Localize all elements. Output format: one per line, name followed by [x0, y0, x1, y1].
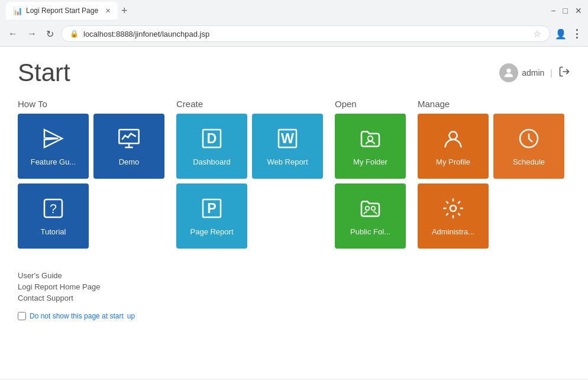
svg-point-15	[371, 206, 376, 210]
tile-label: Dashboard	[193, 157, 231, 166]
how-to-row-1: Feature Gu... Demo	[18, 114, 164, 179]
manage-row-2: Administra...	[418, 183, 564, 249]
section-how-to: How To Feature Gu...	[18, 99, 164, 253]
contact-support-link[interactable]: Contact Support	[18, 294, 570, 302]
page-report-icon: P	[200, 197, 224, 224]
browser-chrome: 📊 Logi Report Start Page ✕ + − □ ✕ ← → ↻…	[0, 0, 588, 47]
svg-point-0	[507, 69, 511, 73]
svg-text:P: P	[207, 201, 217, 216]
tile-tutorial[interactable]: ? Tutorial	[18, 183, 89, 249]
folder-group-icon	[358, 197, 382, 224]
profile-user-icon	[441, 127, 465, 154]
tile-label: Tutorial	[41, 227, 66, 236]
section-title-how-to: How To	[18, 99, 164, 109]
user-area: admin |	[499, 63, 570, 82]
svg-text:D: D	[207, 131, 217, 146]
how-to-row-2: ? Tutorial	[18, 183, 164, 249]
sections-container: How To Feature Gu...	[18, 99, 570, 253]
folder-user-icon	[358, 127, 382, 154]
clock-icon	[517, 127, 541, 154]
url-text: localhost:8888/jinfonet/launchpad.jsp	[83, 30, 529, 38]
section-open: Open My Folder	[335, 99, 406, 253]
tile-my-folder[interactable]: My Folder	[335, 114, 406, 179]
tile-label: Web Report	[267, 157, 308, 166]
tile-label: Administra...	[432, 227, 474, 236]
tile-web-report[interactable]: W Web Report	[252, 114, 323, 179]
tile-public-folder[interactable]: Public Fol...	[335, 183, 406, 249]
svg-point-14	[366, 206, 370, 210]
paper-plane-icon	[41, 127, 65, 154]
tile-label: Page Report	[190, 227, 234, 236]
tile-label: Schedule	[513, 157, 545, 166]
logout-icon[interactable]	[558, 66, 570, 80]
create-row-2: P Page Report	[176, 183, 323, 249]
page-title: Start	[18, 59, 70, 87]
svg-point-18	[450, 205, 456, 211]
page-header: Start admin |	[18, 59, 570, 87]
page-content: Start admin | How To	[0, 47, 588, 378]
user-name: admin	[522, 68, 544, 78]
question-box-icon: ?	[41, 197, 65, 224]
close-button[interactable]: ✕	[575, 6, 582, 15]
svg-point-13	[368, 136, 373, 140]
web-report-icon: W	[276, 127, 299, 154]
new-tab-button[interactable]: +	[121, 5, 128, 17]
back-button[interactable]: ←	[6, 26, 20, 41]
tile-label: Public Fol...	[350, 227, 390, 236]
tab-title: Logi Report Start Page	[26, 7, 98, 15]
create-row-1: D Dashboard W Web Report	[176, 114, 323, 179]
account-icon[interactable]: 👤	[555, 28, 567, 40]
tile-my-profile[interactable]: My Profile	[418, 114, 489, 179]
svg-text:?: ?	[50, 201, 57, 216]
tab-favicon: 📊	[13, 7, 22, 15]
bottom-links: User's Guide Logi Report Home Page Conta…	[18, 271, 570, 302]
monitor-chart-icon	[117, 127, 141, 154]
startup-label: Do not show this page at start	[30, 312, 124, 320]
section-manage: Manage My Profile	[418, 99, 564, 253]
tile-label: My Profile	[436, 157, 470, 166]
bookmark-icon[interactable]: ☆	[534, 29, 541, 38]
dashboard-icon: D	[200, 127, 224, 154]
tile-label: My Folder	[353, 157, 387, 166]
browser-tab[interactable]: 📊 Logi Report Start Page ✕	[6, 2, 118, 20]
tab-close-button[interactable]: ✕	[105, 7, 111, 15]
section-title-manage: Manage	[418, 99, 564, 109]
maximize-button[interactable]: □	[563, 6, 568, 15]
startup-checkbox[interactable]	[18, 312, 26, 320]
open-row-2: Public Fol...	[335, 183, 406, 249]
users-guide-link[interactable]: User's Guide	[18, 271, 570, 280]
address-bar: ← → ↻ 🔒 localhost:8888/jinfonet/launchpa…	[0, 21, 588, 46]
url-bar[interactable]: 🔒 localhost:8888/jinfonet/launchpad.jsp …	[61, 25, 550, 42]
browser-menu-icon[interactable]: ⋮	[571, 27, 582, 40]
tile-dashboard[interactable]: D Dashboard	[176, 114, 247, 179]
section-create: Create D Dashboard W	[176, 99, 323, 253]
minimize-button[interactable]: −	[551, 6, 555, 15]
svg-point-16	[449, 131, 457, 139]
startup-check: Do not show this page at start up	[18, 312, 570, 320]
security-icon: 🔒	[70, 30, 79, 38]
tile-page-report[interactable]: P Page Report	[176, 183, 247, 249]
window-controls: − □ ✕	[551, 6, 582, 15]
open-row-1: My Folder	[335, 114, 406, 179]
tile-demo[interactable]: Demo	[93, 114, 164, 179]
title-bar: 📊 Logi Report Start Page ✕ + − □ ✕	[0, 0, 588, 21]
gear-icon	[441, 197, 465, 224]
tile-label: Feature Gu...	[31, 157, 76, 166]
home-page-link[interactable]: Logi Report Home Page	[18, 282, 570, 291]
forward-button[interactable]: →	[25, 26, 39, 41]
tile-label: Demo	[119, 157, 140, 166]
tile-feature-guide[interactable]: Feature Gu...	[18, 114, 89, 179]
tile-administrator[interactable]: Administra...	[418, 183, 489, 249]
svg-text:W: W	[281, 131, 294, 146]
svg-marker-1	[44, 130, 62, 147]
section-title-open: Open	[335, 99, 406, 109]
reload-button[interactable]: ↻	[44, 26, 56, 42]
separator: |	[550, 68, 553, 78]
section-title-create: Create	[176, 99, 323, 109]
manage-row-1: My Profile Schedule	[418, 114, 564, 179]
avatar	[499, 63, 518, 82]
tile-schedule[interactable]: Schedule	[493, 114, 564, 179]
startup-up-link[interactable]: up	[127, 312, 135, 320]
